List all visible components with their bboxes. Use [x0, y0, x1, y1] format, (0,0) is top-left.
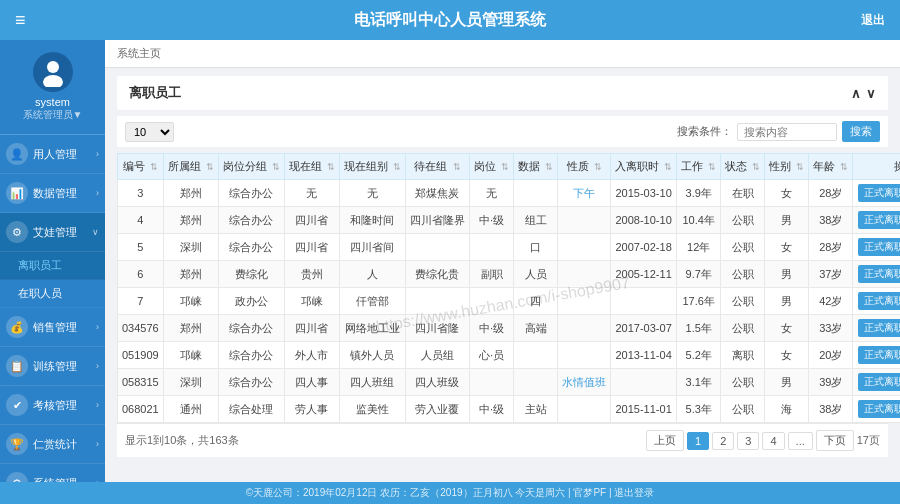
table-cell: 37岁 — [809, 261, 853, 288]
table-cell: 公职 — [721, 261, 765, 288]
col-header-pos[interactable]: 岗位 ⇅ — [469, 154, 513, 180]
resign-button[interactable]: 正式离职 — [858, 211, 900, 229]
col-header-status[interactable]: 状态 ⇅ — [721, 154, 765, 180]
col-header-nature[interactable]: 性质 ⇅ — [558, 154, 611, 180]
col-header-date[interactable]: 入离职时 ⇅ — [611, 154, 677, 180]
sidebar-item-train-mgmt[interactable]: 📋 训练管理 › — [0, 347, 105, 386]
sidebar-subitem-resign-staff[interactable]: 离职员工 — [0, 252, 105, 280]
table-cell: 公职 — [721, 315, 765, 342]
table-cell: 水情值班 — [558, 369, 611, 396]
sidebar-item-info-mgmt[interactable]: ⚙ 艾娃管理 ∨ — [0, 213, 105, 252]
table-cell: 39岁 — [809, 369, 853, 396]
search-input[interactable] — [737, 123, 837, 141]
sidebar-item-sys-settings[interactable]: ⚙ 系统管理 › — [0, 464, 105, 482]
table-cell: 2013-11-04 — [611, 342, 677, 369]
sidebar-item-sales-mgmt[interactable]: 💰 销售管理 › — [0, 308, 105, 347]
prev-page-button[interactable]: 上页 — [646, 430, 684, 451]
logout-button[interactable]: 退出 — [861, 12, 885, 29]
table-cell — [558, 342, 611, 369]
table-footer: 显示1到10条，共163条 上页 1 2 3 4 ... 下页 17页 — [117, 423, 888, 457]
sidebar-label-train-mgmt: 训练管理 — [33, 359, 96, 374]
action-cell: 正式离职定档员工 — [853, 207, 900, 234]
table-cell: 33岁 — [809, 315, 853, 342]
sidebar-label-reward-mgmt: 仁赏统计 — [33, 437, 96, 452]
table-cell: 男 — [765, 207, 809, 234]
table-cell — [469, 234, 513, 261]
chevron-right-icon-3: › — [96, 322, 99, 332]
table-row: 4郑州综合办公四川省和隆时间四川省隆界中·级组工2008-10-1010.4年公… — [118, 207, 901, 234]
resign-button[interactable]: 正式离职 — [858, 346, 900, 364]
menu-icon[interactable]: ≡ — [15, 10, 26, 31]
nature-link[interactable]: 水情值班 — [562, 376, 606, 388]
table-cell: 2015-11-01 — [611, 396, 677, 423]
col-header-pos-group[interactable]: 岗位分组 ⇅ — [218, 154, 284, 180]
table-cell: 四川省隆界 — [405, 207, 469, 234]
table-cell: 42岁 — [809, 288, 853, 315]
sidebar-item-assess-mgmt[interactable]: ✔ 考核管理 › — [0, 386, 105, 425]
table-cell: 在职 — [721, 180, 765, 207]
resign-button[interactable]: 正式离职 — [858, 400, 900, 418]
page-size-select[interactable]: 10 20 50 100 — [125, 122, 174, 142]
table-cell: 2015-03-10 — [611, 180, 677, 207]
search-button[interactable]: 搜索 — [842, 121, 880, 142]
table-cell: 2017-03-07 — [611, 315, 677, 342]
col-header-wait-group[interactable]: 待在组 ⇅ — [405, 154, 469, 180]
table-cell: 公职 — [721, 396, 765, 423]
table-cell: 6 — [118, 261, 164, 288]
chevron-right-icon: › — [96, 149, 99, 159]
col-header-cur-dept[interactable]: 现在组别 ⇅ — [339, 154, 405, 180]
assess-mgmt-icon: ✔ — [6, 394, 28, 416]
action-cell: 正式离职定档员工 — [853, 261, 900, 288]
next-page-button[interactable]: 下页 — [816, 430, 854, 451]
col-header-cur-group[interactable]: 现在组 ⇅ — [284, 154, 339, 180]
section-controls: ∧ ∨ — [851, 86, 876, 101]
col-header-data[interactable]: 数据 ⇅ — [514, 154, 558, 180]
sidebar-username: system — [35, 96, 70, 108]
section-title-text: 离职员工 — [129, 84, 181, 102]
table-cell: 28岁 — [809, 180, 853, 207]
table-cell: 四川省间 — [339, 234, 405, 261]
col-header-id[interactable]: 编号 ⇅ — [118, 154, 164, 180]
table-cell: 公职 — [721, 369, 765, 396]
resign-button[interactable]: 正式离职 — [858, 265, 900, 283]
page-btn-1[interactable]: 1 — [687, 432, 709, 450]
sidebar-item-data-mgmt[interactable]: 📊 数据管理 › — [0, 174, 105, 213]
sidebar-item-user-mgmt[interactable]: 👤 用人管理 › — [0, 135, 105, 174]
resign-button[interactable]: 正式离职 — [858, 319, 900, 337]
col-header-gender[interactable]: 性别 ⇅ — [765, 154, 809, 180]
col-header-group[interactable]: 所属组 ⇅ — [163, 154, 218, 180]
table-cell: 5.3年 — [677, 396, 721, 423]
table-cell: 政办公 — [218, 288, 284, 315]
resign-button[interactable]: 正式离职 — [858, 373, 900, 391]
table-cell: 男 — [765, 369, 809, 396]
table-cell — [405, 234, 469, 261]
resign-button[interactable]: 正式离职 — [858, 292, 900, 310]
sidebar-item-reward-mgmt[interactable]: 🏆 仁赏统计 › — [0, 425, 105, 464]
col-header-work[interactable]: 工作 ⇅ — [677, 154, 721, 180]
sidebar-label-user-mgmt: 用人管理 — [33, 147, 96, 162]
table-cell — [558, 234, 611, 261]
expand-icon[interactable]: ∨ — [866, 86, 876, 101]
sidebar-subitem-on-staff[interactable]: 在职人员 — [0, 280, 105, 308]
table-cell: 四川省 — [284, 315, 339, 342]
table-row: 051909邛崃综合办公外人市镇外人员人员组心·员2013-11-045.2年离… — [118, 342, 901, 369]
resign-button[interactable]: 正式离职 — [858, 184, 900, 202]
page-btn-3[interactable]: 3 — [737, 432, 759, 450]
page-btn-4[interactable]: 4 — [762, 432, 784, 450]
action-cell: 正式离职定档员工 — [853, 180, 900, 207]
col-header-age[interactable]: 年龄 ⇅ — [809, 154, 853, 180]
nature-link[interactable]: 下午 — [573, 187, 595, 199]
action-cell: 正式离职定档员工 — [853, 342, 900, 369]
resign-button[interactable]: 正式离职 — [858, 238, 900, 256]
sidebar-role[interactable]: 系统管理员▼ — [23, 108, 83, 122]
sidebar-label-sales-mgmt: 销售管理 — [33, 320, 96, 335]
table-cell: 38岁 — [809, 396, 853, 423]
table-cell: 5 — [118, 234, 164, 261]
collapse-icon[interactable]: ∧ — [851, 86, 861, 101]
table-cell: 058315 — [118, 369, 164, 396]
table-cell — [558, 396, 611, 423]
page-btn-ellipsis[interactable]: ... — [788, 432, 813, 450]
table-cell — [558, 288, 611, 315]
table-cell: 海 — [765, 396, 809, 423]
page-btn-2[interactable]: 2 — [712, 432, 734, 450]
